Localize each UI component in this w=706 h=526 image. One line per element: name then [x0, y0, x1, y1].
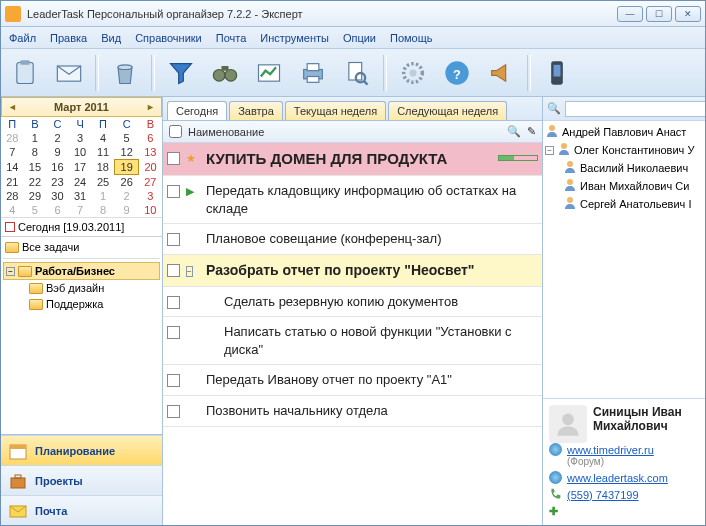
close-button[interactable]: ✕	[675, 6, 701, 22]
contact-link2[interactable]: www.leadertask.com	[567, 472, 668, 484]
cal-day[interactable]: 31	[69, 189, 92, 203]
tree-web[interactable]: Вэб дизайн	[3, 280, 160, 296]
task-checkbox[interactable]	[167, 152, 180, 165]
task-row[interactable]: Плановое совещание (конференц-зал)	[163, 224, 542, 255]
menu-view[interactable]: Вид	[101, 32, 121, 44]
task-row[interactable]: Позвонить начальнику отдела	[163, 396, 542, 427]
clipboard-button[interactable]	[7, 55, 43, 91]
nav-planning[interactable]: Планирование	[1, 435, 162, 465]
cal-day[interactable]: 6	[46, 203, 69, 217]
task-row[interactable]: ▶Передать кладовщику информацию об остат…	[163, 176, 542, 224]
cal-day[interactable]: 2	[46, 131, 69, 145]
contact-item[interactable]: −Олег Константинович У	[545, 141, 703, 159]
filter-button[interactable]	[163, 55, 199, 91]
cal-day[interactable]: 14	[1, 160, 24, 175]
cal-day[interactable]: 21	[1, 175, 24, 190]
cal-day[interactable]: 6	[139, 131, 162, 145]
task-row[interactable]: Сделать резервную копию документов	[163, 287, 542, 318]
cal-day[interactable]: 3	[139, 189, 162, 203]
print-button[interactable]	[295, 55, 331, 91]
cal-day[interactable]: 13	[139, 145, 162, 160]
today-link[interactable]: Сегодня [19.03.2011]	[1, 217, 162, 236]
cal-day[interactable]: 19	[115, 160, 139, 175]
menu-help[interactable]: Помощь	[390, 32, 433, 44]
cal-day[interactable]: 18	[91, 160, 114, 175]
cal-day[interactable]: 1	[91, 189, 114, 203]
menu-options[interactable]: Опции	[343, 32, 376, 44]
binoculars-button[interactable]	[207, 55, 243, 91]
menu-edit[interactable]: Правка	[50, 32, 87, 44]
preview-button[interactable]	[339, 55, 375, 91]
task-checkbox[interactable]	[167, 185, 180, 198]
cal-day[interactable]: 5	[115, 131, 139, 145]
add-icon[interactable]: ✚	[549, 505, 563, 519]
cal-day[interactable]: 5	[24, 203, 47, 217]
task-row[interactable]: −Разобрать отчет по проекту "Неосвет"	[163, 255, 542, 287]
cal-day[interactable]: 28	[1, 131, 24, 145]
menu-mail[interactable]: Почта	[216, 32, 247, 44]
cal-day[interactable]: 2	[115, 189, 139, 203]
cal-day[interactable]: 22	[24, 175, 47, 190]
cal-day[interactable]: 27	[139, 175, 162, 190]
task-row[interactable]: Передать Иванову отчет по проекту "А1"	[163, 365, 542, 396]
cal-prev-icon[interactable]: ◄	[8, 102, 17, 112]
maximize-button[interactable]: ☐	[646, 6, 672, 22]
trash-button[interactable]	[107, 55, 143, 91]
cal-day[interactable]: 23	[46, 175, 69, 190]
tab-today[interactable]: Сегодня	[167, 101, 227, 120]
menu-ref[interactable]: Справочники	[135, 32, 202, 44]
task-checkbox[interactable]	[167, 326, 180, 339]
chart-button[interactable]	[251, 55, 287, 91]
mail-button[interactable]	[51, 55, 87, 91]
tab-next-week[interactable]: Следующая неделя	[388, 101, 507, 120]
nav-projects[interactable]: Проекты	[1, 465, 162, 495]
contact-search-input[interactable]	[565, 101, 706, 117]
cal-day[interactable]: 3	[69, 131, 92, 145]
cal-day[interactable]: 26	[115, 175, 139, 190]
cal-day[interactable]: 15	[24, 160, 47, 175]
cal-next-icon[interactable]: ►	[146, 102, 155, 112]
task-checkbox[interactable]	[167, 296, 180, 309]
cal-day[interactable]: 8	[24, 145, 47, 160]
collapse-icon[interactable]: −	[186, 264, 200, 276]
cal-day[interactable]: 29	[24, 189, 47, 203]
task-checkbox[interactable]	[167, 374, 180, 387]
cal-day[interactable]: 16	[46, 160, 69, 175]
cal-day[interactable]: 28	[1, 189, 24, 203]
tree-work[interactable]: −Работа/Бизнес	[3, 262, 160, 280]
mobile-button[interactable]	[539, 55, 575, 91]
contact-item[interactable]: Сергей Анатольевич I	[545, 195, 703, 213]
cal-day[interactable]: 24	[69, 175, 92, 190]
settings-button[interactable]	[395, 55, 431, 91]
task-row[interactable]: Написать статью о новой функции "Установ…	[163, 317, 542, 365]
cal-day[interactable]: 10	[139, 203, 162, 217]
tree-support[interactable]: Поддержка	[3, 296, 160, 312]
cal-day[interactable]: 30	[46, 189, 69, 203]
task-checkbox[interactable]	[167, 233, 180, 246]
cal-day[interactable]: 7	[1, 145, 24, 160]
tab-week[interactable]: Текущая неделя	[285, 101, 386, 120]
contact-link1[interactable]: www.timedriver.ru	[567, 444, 654, 456]
minimize-button[interactable]: —	[617, 6, 643, 22]
nav-mail[interactable]: Почта	[1, 495, 162, 525]
task-list-header[interactable]: Наименование 🔍 ✎	[163, 121, 542, 143]
cal-day[interactable]: 8	[91, 203, 114, 217]
calendar-grid[interactable]: ПВСЧПСВ 28123456789101112131415161718192…	[1, 117, 162, 217]
cal-day[interactable]: 4	[91, 131, 114, 145]
contact-item[interactable]: Иван Михайлович Си	[545, 177, 703, 195]
contact-item[interactable]: Андрей Павлович Анаст	[545, 123, 703, 141]
help-button[interactable]: ?	[439, 55, 475, 91]
contact-item[interactable]: Василий Николаевич	[545, 159, 703, 177]
tab-tomorrow[interactable]: Завтра	[229, 101, 283, 120]
select-all-checkbox[interactable]	[169, 125, 182, 138]
cal-day[interactable]: 7	[69, 203, 92, 217]
cal-day[interactable]: 20	[139, 160, 162, 175]
collapse-icon[interactable]: −	[545, 146, 554, 155]
cal-day[interactable]: 12	[115, 145, 139, 160]
menu-file[interactable]: Файл	[9, 32, 36, 44]
edit-icon[interactable]: ✎	[527, 125, 536, 138]
task-row[interactable]: ★КУПИТЬ ДОМЕН ДЛЯ ПРОДУКТА	[163, 143, 542, 176]
cal-day[interactable]: 1	[24, 131, 47, 145]
contact-phone[interactable]: (559) 7437199	[567, 489, 639, 501]
cal-day[interactable]: 25	[91, 175, 114, 190]
